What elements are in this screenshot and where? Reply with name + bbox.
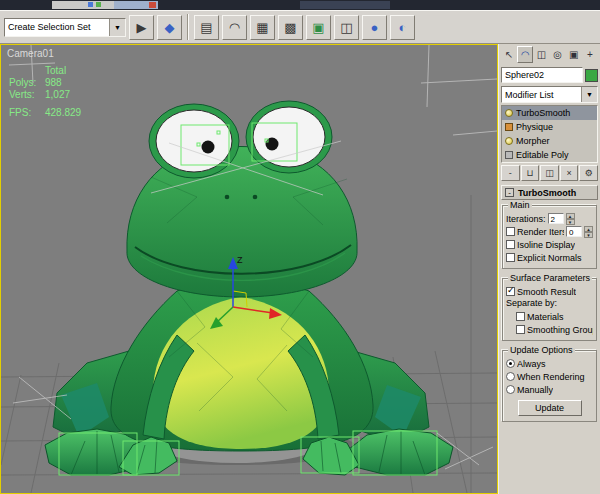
isoline-display-checkbox[interactable] — [506, 240, 515, 249]
physique-modifier-icon — [505, 123, 513, 131]
selection-set-value: Create Selection Set — [5, 19, 109, 36]
manually-radio[interactable] — [506, 385, 515, 394]
iterations-spinner[interactable]: ▴▾ — [566, 213, 575, 225]
render-iters-label: Render Iters: — [517, 227, 564, 237]
render-iters-spinner[interactable]: ▴▾ — [584, 226, 593, 238]
always-radio[interactable] — [506, 359, 515, 368]
stack-item-label: Editable Poly — [516, 150, 569, 160]
manually-label: Manually — [517, 385, 553, 395]
object-name-field[interactable]: Sphere02 — [501, 67, 583, 83]
stats-fps-label: FPS: — [9, 107, 45, 119]
stack-item-turbosmooth[interactable]: TurboSmooth — [502, 106, 597, 120]
stack-toolbar: - ⊔ ◫ × ⚙ — [501, 165, 598, 181]
always-label: Always — [517, 359, 546, 369]
tab-modify[interactable]: ◠ — [517, 46, 533, 63]
remove-modifier-icon[interactable]: × — [560, 165, 579, 181]
stats-fps-value: 428.829 — [45, 107, 81, 119]
rollout-header-turbosmooth[interactable]: - TurboSmooth — [501, 185, 598, 200]
chevron-down-icon[interactable]: ▼ — [109, 19, 125, 36]
curve-editor-icon[interactable]: ◠ — [222, 15, 247, 40]
background-windows-strip — [0, 0, 600, 10]
when-rendering-radio[interactable] — [506, 372, 515, 381]
material-editor-icon[interactable]: ▩ — [278, 15, 303, 40]
hierarchy-icon: ◫ — [537, 49, 546, 60]
smooth-result-checkbox[interactable]: ✓ — [506, 287, 515, 296]
stack-item-label: Physique — [516, 122, 553, 132]
tab-display[interactable]: ▣ — [566, 46, 582, 63]
align-icon[interactable]: ◆ — [157, 15, 182, 40]
when-rendering-label: When Rendering — [517, 372, 585, 382]
modifier-stack: TurboSmooth Physique Morpher Editable Po… — [501, 105, 598, 163]
explicit-normals-checkbox[interactable] — [506, 253, 515, 262]
command-panel: ↖ ◠ ◫ ◎ ▣ + Sphere02 Modifier List ▼ Tur… — [498, 44, 600, 494]
materials-label: Materials — [527, 312, 564, 322]
explicit-normals-label: Explicit Normals — [517, 253, 582, 263]
stats-total-label: Total — [45, 65, 66, 77]
utilities-icon: + — [587, 49, 593, 60]
show-end-result-icon[interactable]: ⊔ — [521, 165, 540, 181]
group-update-options: Update Options Always When Rendering Man… — [502, 350, 597, 422]
schematic-view-icon[interactable]: ▦ — [250, 15, 275, 40]
display-icon: ▣ — [569, 49, 578, 60]
mirror-icon[interactable]: ▶ — [129, 15, 154, 40]
render-iters-checkbox[interactable] — [506, 227, 515, 236]
smoothing-groups-checkbox[interactable] — [516, 325, 525, 334]
tab-hierarchy[interactable]: ◫ — [533, 46, 549, 63]
render-iters-input[interactable]: 0 — [566, 226, 582, 237]
tab-motion[interactable]: ◎ — [550, 46, 566, 63]
background-window-icon[interactable] — [88, 2, 93, 7]
object-color-swatch[interactable] — [585, 69, 598, 82]
camera-viewport[interactable]: Z Camera01 Total Polys:988 Verts:1,027 F… — [0, 44, 498, 494]
modify-icon: ◠ — [521, 49, 530, 60]
viewport-camera-label[interactable]: Camera01 — [7, 48, 54, 59]
update-button[interactable]: Update — [518, 400, 582, 416]
background-window-fragment[interactable] — [300, 1, 390, 9]
stack-item-morpher[interactable]: Morpher — [502, 134, 597, 148]
toolbar-separator — [187, 14, 189, 40]
iterations-input[interactable]: 2 — [548, 213, 564, 224]
modifier-list-dropdown[interactable]: Modifier List ▼ — [501, 86, 598, 103]
render-setup-icon[interactable]: ▣ — [306, 15, 331, 40]
make-unique-icon[interactable]: ◫ — [540, 165, 559, 181]
tab-utilities[interactable]: + — [582, 46, 598, 63]
stats-verts-label: Verts: — [9, 89, 45, 101]
separate-by-label: Separate by: — [506, 298, 593, 310]
visibility-bulb-icon[interactable] — [505, 137, 513, 145]
pin-stack-icon[interactable]: - — [501, 165, 520, 181]
group-surface-parameters: Surface Parameters ✓ Smooth Result Separ… — [502, 278, 597, 341]
selection-set-dropdown[interactable]: Create Selection Set ▼ — [4, 18, 126, 37]
group-main-title: Main — [508, 200, 532, 210]
stats-polys-label: Polys: — [9, 77, 45, 89]
background-window-fragment[interactable] — [52, 1, 114, 9]
isoline-display-label: Isoline Display — [517, 240, 575, 250]
gizmo-z-label: Z — [237, 255, 243, 265]
chevron-down-icon[interactable]: ▼ — [581, 87, 597, 102]
stats-polys-value: 988 — [45, 77, 62, 89]
viewport-statistics: Total Polys:988 Verts:1,027 FPS:428.829 — [9, 65, 81, 119]
iterations-label: Iterations: — [506, 214, 546, 224]
tab-create[interactable]: ↖ — [501, 46, 517, 63]
quick-render-icon[interactable]: ● — [362, 15, 387, 40]
group-surface-title: Surface Parameters — [508, 273, 592, 283]
stack-item-label: TurboSmooth — [516, 108, 570, 118]
materials-checkbox[interactable] — [516, 312, 525, 321]
collapse-icon[interactable]: - — [505, 188, 514, 197]
layer-manager-icon[interactable]: ▤ — [194, 15, 219, 40]
max-application-window: Create Selection Set ▼ ▶ ◆ ▤ ◠ ▦ ▩ ▣ ◫ ●… — [0, 0, 600, 494]
modifier-list-label: Modifier List — [502, 87, 581, 102]
stack-item-editable-poly[interactable]: Editable Poly — [502, 148, 597, 162]
stack-item-physique[interactable]: Physique — [502, 120, 597, 134]
background-window-icon[interactable] — [96, 2, 101, 7]
smoothing-groups-label: Smoothing Groups — [527, 325, 593, 335]
create-icon: ↖ — [505, 49, 513, 60]
rollout-title: TurboSmooth — [518, 188, 576, 198]
close-icon[interactable] — [149, 2, 156, 8]
group-main: Main Iterations: 2 ▴▾ Render Iters: 0 ▴▾… — [502, 205, 597, 269]
render-last-icon[interactable]: ◐ — [390, 15, 415, 40]
frog-model[interactable] — [45, 101, 453, 475]
command-panel-tabs: ↖ ◠ ◫ ◎ ▣ + — [501, 46, 598, 64]
configure-modifier-sets-icon[interactable]: ⚙ — [579, 165, 598, 181]
group-update-title: Update Options — [508, 345, 575, 355]
visibility-bulb-icon[interactable] — [505, 109, 513, 117]
render-type-icon[interactable]: ◫ — [334, 15, 359, 40]
